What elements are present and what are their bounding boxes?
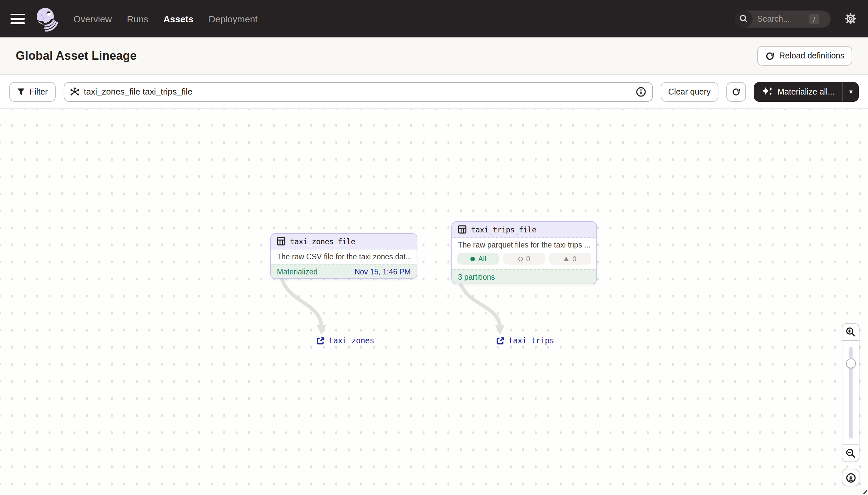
reload-definitions-button[interactable]: Reload definitions bbox=[757, 46, 852, 66]
dagster-logo[interactable] bbox=[35, 6, 58, 31]
primary-nav: Overview Runs Assets Deployment bbox=[73, 14, 258, 24]
materialize-options-button[interactable]: ▼ bbox=[843, 82, 859, 101]
lineage-edges bbox=[0, 109, 868, 495]
reload-definitions-label: Reload definitions bbox=[779, 51, 844, 61]
downstream-asset-link-taxi-trips[interactable]: taxi_trips bbox=[496, 336, 554, 345]
asset-query-field[interactable] bbox=[84, 87, 631, 97]
clear-query-button[interactable]: Clear query bbox=[660, 82, 719, 101]
external-link-icon bbox=[496, 337, 504, 345]
page-header: Global Asset Lineage Reload definitions bbox=[0, 37, 868, 75]
zoom-in-button[interactable] bbox=[843, 324, 859, 340]
refresh-graph-button[interactable] bbox=[726, 82, 746, 101]
zoom-out-icon bbox=[846, 448, 855, 458]
chevron-down-icon: ▼ bbox=[848, 88, 854, 95]
asset-node-taxi-zones-file[interactable]: taxi_zones_file The raw CSV file for the… bbox=[270, 233, 417, 279]
zoom-slider-thumb[interactable] bbox=[846, 358, 855, 368]
asset-node-status-bar: Materialized Nov 15, 1:46 PM bbox=[271, 264, 417, 278]
zoom-stack bbox=[842, 323, 860, 462]
asset-query-input[interactable] bbox=[64, 82, 653, 101]
filled-circle-icon bbox=[471, 256, 475, 261]
refresh-icon bbox=[765, 51, 775, 61]
recenter-download-icon bbox=[845, 472, 856, 483]
nav-item-overview[interactable]: Overview bbox=[73, 14, 112, 24]
asset-node-header: taxi_zones_file bbox=[271, 234, 417, 250]
settings-button[interactable] bbox=[845, 13, 856, 24]
materialized-status-label: Materialized bbox=[277, 268, 318, 275]
nav-item-assets[interactable]: Assets bbox=[163, 14, 194, 24]
failed-partitions-badge[interactable]: 0 bbox=[549, 253, 591, 264]
external-link-icon bbox=[316, 337, 325, 345]
downstream-asset-link-taxi-zones[interactable]: taxi_zones bbox=[316, 336, 374, 345]
dagster-app: Overview Runs Assets Deployment / bbox=[0, 0, 868, 495]
filter-label: Filter bbox=[30, 87, 48, 96]
lineage-query-icon bbox=[70, 87, 79, 96]
outline-circle-icon bbox=[518, 256, 523, 261]
slash-shortcut-badge: / bbox=[809, 14, 819, 24]
failed-partitions-count: 0 bbox=[572, 255, 577, 262]
sparkle-icon bbox=[762, 87, 773, 97]
downstream-asset-label: taxi_zones bbox=[329, 336, 374, 345]
table-icon bbox=[458, 225, 466, 234]
asset-node-header: taxi_trips_file bbox=[452, 222, 596, 238]
asset-node-description: The raw CSV file for the taxi zones dat.… bbox=[271, 250, 417, 264]
info-icon[interactable] bbox=[635, 86, 646, 97]
materialized-partitions-badge[interactable]: All bbox=[457, 253, 499, 264]
asset-node-title: taxi_zones_file bbox=[290, 237, 355, 246]
nav-right-group: / bbox=[735, 10, 856, 27]
nav-item-runs[interactable]: Runs bbox=[127, 14, 148, 24]
search-field[interactable] bbox=[752, 14, 808, 23]
zoom-in-icon bbox=[846, 327, 855, 337]
materialization-timestamp[interactable]: Nov 15, 1:46 PM bbox=[355, 268, 411, 275]
search-icon bbox=[735, 10, 752, 27]
hamburger-menu-icon[interactable] bbox=[11, 14, 25, 24]
clear-query-label: Clear query bbox=[668, 87, 711, 96]
page-title: Global Asset Lineage bbox=[16, 49, 137, 63]
missing-partitions-badge[interactable]: 0 bbox=[503, 253, 545, 264]
refresh-icon bbox=[731, 87, 741, 96]
nav-item-deployment[interactable]: Deployment bbox=[209, 14, 258, 24]
gear-icon bbox=[845, 13, 856, 24]
partitions-count-label: 3 partitions bbox=[458, 273, 495, 281]
zoom-controls bbox=[842, 323, 860, 487]
triangle-icon bbox=[564, 256, 569, 261]
filter-icon bbox=[17, 88, 25, 96]
materialized-partitions-count: All bbox=[478, 255, 486, 262]
lineage-canvas[interactable]: taxi_zones_file The raw CSV file for the… bbox=[0, 109, 868, 495]
asset-node-taxi-trips-file[interactable]: taxi_trips_file The raw parquet files fo… bbox=[451, 221, 597, 284]
lineage-toolbar: Filter Clear query Materialize all. bbox=[0, 75, 868, 109]
asset-node-description: The raw parquet files for the taxi trips… bbox=[452, 238, 596, 252]
asset-node-title: taxi_trips_file bbox=[471, 225, 536, 234]
partition-badges: All 0 0 bbox=[452, 252, 596, 269]
zoom-out-button[interactable] bbox=[843, 445, 859, 462]
materialize-all-split-button: Materialize all... ▼ bbox=[754, 82, 859, 101]
recenter-button[interactable] bbox=[842, 469, 860, 487]
downstream-asset-label: taxi_trips bbox=[509, 336, 554, 345]
filter-button[interactable]: Filter bbox=[9, 82, 56, 101]
materialize-all-label: Materialize all... bbox=[777, 87, 835, 96]
table-icon bbox=[277, 237, 285, 245]
zoom-slider[interactable] bbox=[843, 340, 859, 445]
resize-grip[interactable] bbox=[862, 489, 867, 494]
asset-node-partitions-bar: 3 partitions bbox=[452, 269, 596, 284]
missing-partitions-count: 0 bbox=[526, 255, 530, 262]
top-nav-bar: Overview Runs Assets Deployment / bbox=[0, 0, 868, 37]
materialize-all-button[interactable]: Materialize all... bbox=[754, 82, 843, 101]
global-search-input[interactable]: / bbox=[735, 10, 831, 27]
